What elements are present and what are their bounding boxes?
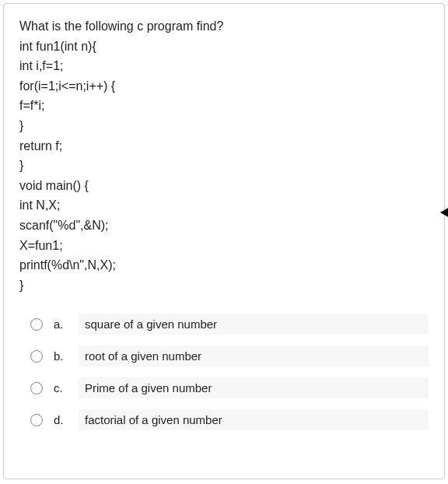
code-line: X=fun1;: [19, 236, 429, 256]
option-text: root of a given number: [79, 345, 429, 367]
code-line: void main() {: [19, 176, 429, 196]
option-text: square of a given number: [79, 314, 429, 335]
code-line: }: [19, 116, 429, 136]
radio-icon[interactable]: [30, 382, 43, 395]
code-line: What is the following c program find?: [19, 16, 429, 37]
code-line: for(i=1;i<=n;i++) {: [19, 76, 429, 96]
radio-icon[interactable]: [30, 350, 43, 363]
option-letter: d.: [54, 413, 68, 426]
code-line: f=f*i;: [19, 96, 429, 116]
nav-arrow-icon[interactable]: [436, 205, 448, 219]
question-card: What is the following c program find? in…: [3, 3, 445, 479]
option-letter: b.: [54, 349, 68, 363]
code-line: scanf("%d",&N);: [19, 216, 429, 236]
code-line: }: [19, 275, 429, 296]
code-line: int fun1(int n){: [19, 37, 429, 57]
code-line: }: [19, 156, 429, 176]
code-line: int i,f=1;: [19, 56, 429, 76]
option-text: factorial of a given number: [79, 409, 429, 430]
option-b[interactable]: b. root of a given number: [30, 345, 429, 367]
code-line: printf(%d\n",N,X);: [19, 255, 429, 275]
option-letter: c.: [54, 381, 68, 395]
code-line: int N,X;: [19, 195, 429, 216]
option-c[interactable]: c. Prime of a given number: [30, 377, 429, 398]
radio-icon[interactable]: [30, 414, 43, 426]
radio-icon[interactable]: [30, 318, 43, 331]
code-line: return f;: [19, 136, 429, 156]
options-group: a. square of a given number b. root of a…: [19, 314, 429, 430]
option-d[interactable]: d. factorial of a given number: [30, 409, 429, 430]
question-text: What is the following c program find? in…: [19, 16, 429, 295]
option-letter: a.: [54, 317, 68, 331]
option-a[interactable]: a. square of a given number: [30, 314, 429, 335]
option-text: Prime of a given number: [79, 377, 429, 398]
